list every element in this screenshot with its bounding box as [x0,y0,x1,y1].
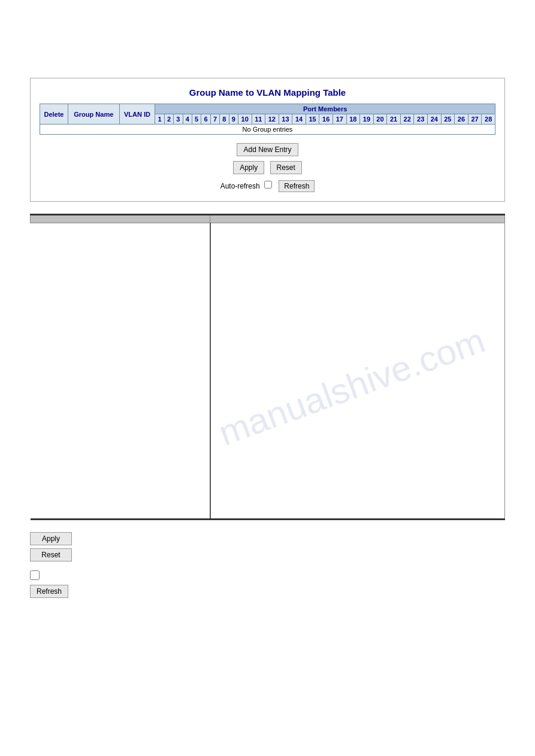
bottom-table [30,214,505,520]
port-col-header-21: 21 [387,114,401,125]
bottom-cell-col2 [210,370,505,454]
bottom-cell-col1 [31,370,210,454]
bottom-cell-col2 [210,337,505,370]
bottom-table-row [31,337,505,370]
port-col-header-18: 18 [346,114,360,125]
port-members-header: Port Members [155,104,495,114]
port-col-header-5: 5 [192,114,201,125]
delete-col-header: Delete [40,104,68,125]
top-panel: Group Name to VLAN Mapping Table Delete … [30,78,505,202]
bottom-cell-col2 [210,454,505,520]
bottom-panel [30,214,505,520]
port-col-header-7: 7 [210,114,219,125]
add-new-entry-button[interactable]: Add New Entry [237,143,298,156]
port-col-header-10: 10 [238,114,252,125]
port-col-header-12: 12 [265,114,279,125]
bottom-cell-col1 [31,259,210,337]
port-col-header-22: 22 [400,114,414,125]
port-col-header-3: 3 [174,114,183,125]
group-name-col-header: Group Name [68,104,119,125]
port-col-header-1: 1 [155,114,164,125]
bottom-header-col2 [210,215,505,223]
bottom-auto-refresh-row [30,570,505,580]
auto-refresh-label-top: Auto-refresh [220,182,260,190]
port-col-header-15: 15 [306,114,319,125]
port-col-header-17: 17 [333,114,346,125]
top-buttons-area: Add New Entry Apply Reset [40,141,495,177]
bottom-cell-col2 [210,223,505,259]
bottom-cell-col1 [31,454,210,520]
vlan-mapping-table: Delete Group Name VLAN ID Port Members 1… [40,104,495,135]
bottom-cell-col1 [31,337,210,370]
vlan-id-col-header: VLAN ID [119,104,155,125]
bottom-table-row [31,370,505,454]
bottom-table-body [31,223,505,520]
port-col-header-16: 16 [319,114,333,125]
port-col-header-4: 4 [183,114,192,125]
port-col-header-24: 24 [428,114,442,125]
bottom-buttons-area: Apply Reset [30,532,505,561]
port-col-header-27: 27 [468,114,482,125]
port-col-header-2: 2 [164,114,173,125]
reset-button-bottom[interactable]: Reset [30,548,72,561]
bottom-table-row [31,223,505,259]
bottom-cell-col1 [31,223,210,259]
auto-refresh-checkbox-top[interactable] [264,181,272,189]
port-col-header-13: 13 [279,114,292,125]
table-title: Group Name to VLAN Mapping Table [40,87,495,98]
refresh-button-top[interactable]: Refresh [279,180,315,192]
bottom-cell-col2 [210,259,505,337]
port-col-header-14: 14 [292,114,306,125]
reset-button-top[interactable]: Reset [270,161,302,174]
port-col-header-25: 25 [441,114,455,125]
port-col-header-19: 19 [360,114,374,125]
bottom-refresh-area: Refresh [30,585,505,598]
bottom-table-row [31,454,505,520]
port-col-header-26: 26 [455,114,468,125]
bottom-header-col1 [31,215,210,223]
port-col-header-28: 28 [482,114,495,125]
port-col-header-23: 23 [414,114,428,125]
no-entries-text: No Group entries [40,125,495,135]
bottom-table-header [31,215,505,223]
apply-button-top[interactable]: Apply [233,161,264,174]
port-col-header-20: 20 [373,114,387,125]
bottom-table-row [31,259,505,337]
port-col-header-8: 8 [220,114,229,125]
refresh-button-bottom[interactable]: Refresh [30,585,68,598]
port-col-header-6: 6 [201,114,210,125]
no-entries-row: No Group entries [40,125,495,135]
port-col-header-9: 9 [229,114,238,125]
port-col-header-11: 11 [252,114,265,125]
auto-refresh-checkbox-bottom[interactable] [30,570,40,580]
auto-refresh-row-top: Auto-refresh Refresh [40,180,495,192]
apply-button-bottom[interactable]: Apply [30,532,72,545]
